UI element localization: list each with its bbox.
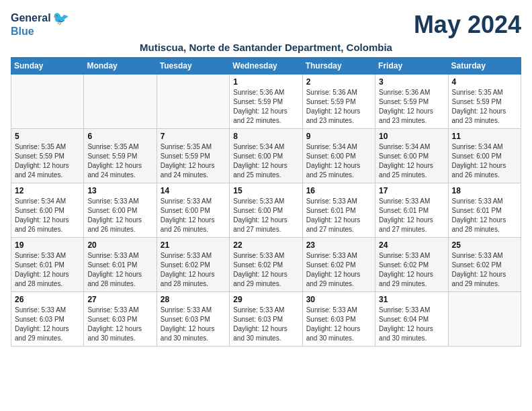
header: General 🐦 Blue May 2024 [11,11,521,39]
day-number: 14 [161,186,226,195]
day-number: 16 [306,186,371,195]
day-info: Sunrise: 5:33 AM Sunset: 6:00 PM Dayligh… [233,197,298,234]
calendar-day-empty [448,292,521,347]
day-info: Sunrise: 5:35 AM Sunset: 5:59 PM Dayligh… [87,142,152,180]
calendar-day-27: 27Sunrise: 5:33 AM Sunset: 6:03 PM Dayli… [84,292,157,347]
day-number: 3 [379,77,444,87]
day-info: Sunrise: 5:35 AM Sunset: 5:59 PM Dayligh… [452,88,517,126]
calendar-day-29: 29Sunrise: 5:33 AM Sunset: 6:03 PM Dayli… [230,292,302,347]
month-title: May 2024 [414,11,521,39]
calendar-header-friday: Friday [375,58,448,75]
calendar-day-14: 14Sunrise: 5:33 AM Sunset: 6:00 PM Dayli… [157,183,229,238]
calendar-day-17: 17Sunrise: 5:33 AM Sunset: 6:01 PM Dayli… [375,183,448,238]
calendar-day-25: 25Sunrise: 5:33 AM Sunset: 6:02 PM Dayli… [448,238,521,292]
calendar-day-7: 7Sunrise: 5:35 AM Sunset: 5:59 PM Daylig… [157,129,229,183]
day-info: Sunrise: 5:35 AM Sunset: 5:59 PM Dayligh… [161,142,226,180]
day-info: Sunrise: 5:33 AM Sunset: 6:01 PM Dayligh… [379,197,444,234]
calendar-day-22: 22Sunrise: 5:33 AM Sunset: 6:02 PM Dayli… [230,238,302,292]
day-info: Sunrise: 5:33 AM Sunset: 6:02 PM Dayligh… [379,251,444,289]
day-number: 27 [87,295,152,304]
day-info: Sunrise: 5:36 AM Sunset: 5:59 PM Dayligh… [379,88,444,126]
day-info: Sunrise: 5:33 AM Sunset: 6:03 PM Dayligh… [306,306,371,343]
calendar-week-row-4: 19Sunrise: 5:33 AM Sunset: 6:01 PM Dayli… [11,238,521,292]
calendar-day-15: 15Sunrise: 5:33 AM Sunset: 6:00 PM Dayli… [230,183,302,238]
day-number: 6 [87,132,152,141]
calendar-day-21: 21Sunrise: 5:33 AM Sunset: 6:02 PM Dayli… [157,238,229,292]
day-info: Sunrise: 5:33 AM Sunset: 6:02 PM Dayligh… [306,251,371,289]
calendar-day-12: 12Sunrise: 5:34 AM Sunset: 6:00 PM Dayli… [11,183,84,238]
calendar-header-row: SundayMondayTuesdayWednesdayThursdayFrid… [11,58,521,75]
day-info: Sunrise: 5:33 AM Sunset: 6:01 PM Dayligh… [452,197,517,234]
calendar-day-empty [84,75,157,129]
day-number: 12 [15,186,80,195]
day-number: 24 [379,240,444,250]
calendar-day-2: 2Sunrise: 5:36 AM Sunset: 5:59 PM Daylig… [302,75,375,129]
calendar-day-3: 3Sunrise: 5:36 AM Sunset: 5:59 PM Daylig… [375,75,448,129]
day-number: 20 [87,240,152,250]
day-info: Sunrise: 5:34 AM Sunset: 6:00 PM Dayligh… [15,197,80,234]
day-number: 8 [233,132,298,141]
day-info: Sunrise: 5:33 AM Sunset: 6:02 PM Dayligh… [452,251,517,289]
day-info: Sunrise: 5:33 AM Sunset: 6:03 PM Dayligh… [87,306,152,343]
day-number: 15 [233,186,298,195]
calendar-day-16: 16Sunrise: 5:33 AM Sunset: 6:01 PM Dayli… [302,183,375,238]
day-info: Sunrise: 5:36 AM Sunset: 5:59 PM Dayligh… [306,88,371,126]
day-number: 7 [161,132,226,141]
calendar-header-monday: Monday [84,58,157,75]
day-info: Sunrise: 5:33 AM Sunset: 6:01 PM Dayligh… [87,251,152,289]
day-info: Sunrise: 5:33 AM Sunset: 6:03 PM Dayligh… [233,306,298,343]
day-info: Sunrise: 5:33 AM Sunset: 6:01 PM Dayligh… [15,251,80,289]
calendar-day-13: 13Sunrise: 5:33 AM Sunset: 6:00 PM Dayli… [84,183,157,238]
day-number: 17 [379,186,444,195]
location-title: Mutiscua, Norte de Santander Department,… [11,42,521,53]
day-info: Sunrise: 5:33 AM Sunset: 6:00 PM Dayligh… [87,197,152,234]
day-number: 30 [306,295,371,304]
calendar-day-5: 5Sunrise: 5:35 AM Sunset: 5:59 PM Daylig… [11,129,84,183]
day-number: 25 [452,240,517,250]
calendar-day-20: 20Sunrise: 5:33 AM Sunset: 6:01 PM Dayli… [84,238,157,292]
calendar-day-24: 24Sunrise: 5:33 AM Sunset: 6:02 PM Dayli… [375,238,448,292]
day-info: Sunrise: 5:33 AM Sunset: 6:02 PM Dayligh… [161,251,226,289]
calendar-day-10: 10Sunrise: 5:34 AM Sunset: 6:00 PM Dayli… [375,129,448,183]
logo-bird-icon: 🐦 [52,11,69,26]
calendar-day-23: 23Sunrise: 5:33 AM Sunset: 6:02 PM Dayli… [302,238,375,292]
calendar-day-26: 26Sunrise: 5:33 AM Sunset: 6:03 PM Dayli… [11,292,84,347]
day-number: 21 [161,240,226,250]
day-number: 9 [306,132,371,141]
day-info: Sunrise: 5:33 AM Sunset: 6:03 PM Dayligh… [15,306,80,343]
calendar-day-19: 19Sunrise: 5:33 AM Sunset: 6:01 PM Dayli… [11,238,84,292]
day-number: 28 [161,295,226,304]
day-number: 26 [15,295,80,304]
day-number: 18 [452,186,517,195]
day-number: 4 [452,77,517,87]
day-info: Sunrise: 5:33 AM Sunset: 6:01 PM Dayligh… [306,197,371,234]
day-number: 11 [452,132,517,141]
day-number: 29 [233,295,298,304]
calendar-day-28: 28Sunrise: 5:33 AM Sunset: 6:03 PM Dayli… [157,292,229,347]
day-number: 31 [379,295,444,304]
day-number: 2 [306,77,371,87]
logo-general: General [11,12,51,24]
day-info: Sunrise: 5:33 AM Sunset: 6:00 PM Dayligh… [161,197,226,234]
calendar-week-row-1: 1Sunrise: 5:36 AM Sunset: 5:59 PM Daylig… [11,75,521,129]
calendar-week-row-2: 5Sunrise: 5:35 AM Sunset: 5:59 PM Daylig… [11,129,521,183]
calendar-header-thursday: Thursday [302,58,375,75]
day-number: 13 [87,186,152,195]
logo: General 🐦 Blue [11,11,69,38]
calendar-header-tuesday: Tuesday [157,58,229,75]
day-info: Sunrise: 5:34 AM Sunset: 6:00 PM Dayligh… [452,142,517,180]
logo-blue: Blue [11,26,34,38]
calendar-day-empty [11,75,84,129]
calendar-week-row-5: 26Sunrise: 5:33 AM Sunset: 6:03 PM Dayli… [11,292,521,347]
calendar-day-8: 8Sunrise: 5:34 AM Sunset: 6:00 PM Daylig… [230,129,302,183]
day-number: 22 [233,240,298,250]
day-info: Sunrise: 5:33 AM Sunset: 6:02 PM Dayligh… [233,251,298,289]
day-number: 1 [233,77,298,87]
day-number: 23 [306,240,371,250]
day-info: Sunrise: 5:36 AM Sunset: 5:59 PM Dayligh… [233,88,298,126]
calendar-day-9: 9Sunrise: 5:34 AM Sunset: 6:00 PM Daylig… [302,129,375,183]
day-info: Sunrise: 5:34 AM Sunset: 6:00 PM Dayligh… [306,142,371,180]
calendar-header-saturday: Saturday [448,58,521,75]
day-info: Sunrise: 5:33 AM Sunset: 6:04 PM Dayligh… [379,306,444,343]
calendar-header-wednesday: Wednesday [230,58,302,75]
